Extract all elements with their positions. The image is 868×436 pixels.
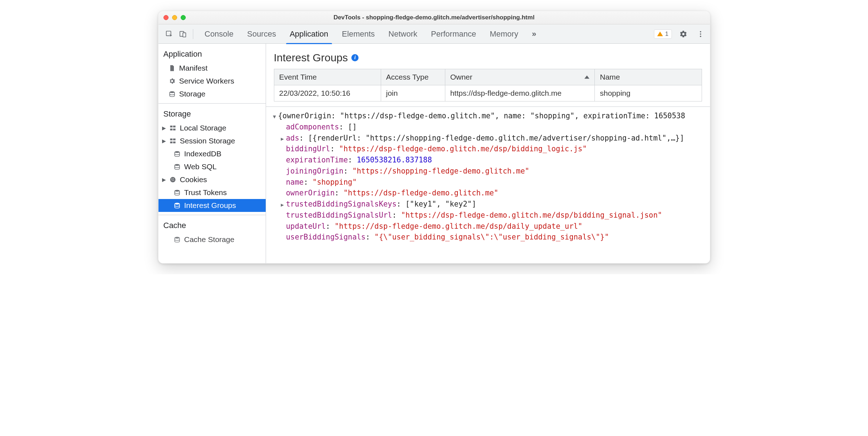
tab-memory[interactable]: Memory [490, 24, 518, 44]
object-prop-line[interactable]: expirationTime: 1650538216.837188 [270, 155, 708, 166]
svg-point-22 [175, 190, 179, 192]
sidebar-item-storage[interactable]: Storage [158, 87, 266, 100]
object-prop-line[interactable]: ▶ads: [{renderUrl: "https://shopping-fle… [270, 133, 708, 144]
object-prop-line[interactable]: joiningOrigin: "https://shopping-fledge-… [270, 166, 708, 177]
sidebar-item-cache-storage[interactable]: Cache Storage [158, 233, 266, 246]
sidebar-item-indexeddb[interactable]: IndexedDB [158, 147, 266, 160]
svg-point-18 [171, 179, 172, 180]
object-prop-line[interactable]: biddingUrl: "https://dsp-fledge-demo.gli… [270, 143, 708, 155]
info-icon[interactable]: i [351, 54, 359, 61]
sidebar-section-storage: Storage ▶ Local Storage ▶ Session Storag… [158, 104, 266, 215]
expand-caret-icon[interactable]: ▶ [162, 177, 166, 183]
expand-caret-icon[interactable]: ▶ [280, 135, 285, 143]
interest-groups-panel: Interest Groups i Event Time Access Type… [266, 44, 710, 263]
interest-groups-table: Event Time Access Type Owner Name 22/03/… [274, 69, 702, 101]
object-prop-line[interactable]: ▶trustedBiddingSignalsKeys: ["key1", "ke… [270, 199, 708, 210]
object-prop-line[interactable]: updateUrl: "https://dsp-fledge-demo.glit… [270, 221, 708, 232]
application-sidebar: Application Manifest Service Workers Sto… [158, 44, 266, 263]
col-access-type[interactable]: Access Type [381, 69, 445, 85]
svg-point-5 [700, 35, 701, 37]
expand-caret-icon[interactable]: ▶ [280, 201, 285, 209]
sidebar-item-label: Manifest [179, 64, 208, 72]
cell-owner: https://dsp-fledge-demo.glitch.me [445, 85, 595, 101]
svg-rect-8 [173, 125, 175, 127]
svg-point-4 [700, 33, 701, 35]
sidebar-heading: Storage [158, 107, 266, 122]
issues-badge[interactable]: 1 [654, 29, 672, 39]
tab-performance[interactable]: Performance [431, 24, 476, 44]
col-owner[interactable]: Owner [445, 69, 595, 85]
svg-point-15 [175, 151, 179, 153]
tab-console[interactable]: Console [205, 24, 234, 44]
inspect-element-icon[interactable] [163, 28, 175, 40]
svg-rect-10 [173, 129, 175, 131]
tab-network[interactable]: Network [388, 24, 417, 44]
sidebar-item-manifest[interactable]: Manifest [158, 62, 266, 75]
sidebar-heading: Application [158, 47, 266, 62]
object-prop-line[interactable]: adComponents: [] [270, 122, 708, 133]
sidebar-section-application: Application Manifest Service Workers Sto… [158, 44, 266, 104]
object-prop-line[interactable]: name: "shopping" [270, 177, 708, 188]
svg-point-3 [700, 31, 701, 32]
main-toolbar: Console Sources Application Elements Net… [158, 24, 710, 44]
sidebar-item-label: Local Storage [180, 124, 227, 132]
window-controls [158, 15, 186, 20]
more-menu-icon[interactable] [695, 28, 706, 40]
sidebar-heading: Cache [158, 219, 266, 233]
panel-body: Application Manifest Service Workers Sto… [158, 44, 710, 263]
sidebar-item-service-workers[interactable]: Service Workers [158, 75, 266, 87]
window-title: DevTools - shopping-fledge-demo.glitch.m… [158, 14, 710, 21]
svg-rect-7 [170, 125, 172, 127]
svg-rect-9 [170, 129, 172, 131]
sidebar-item-label: Interest Groups [184, 201, 236, 210]
sidebar-item-local-storage[interactable]: ▶ Local Storage [158, 122, 266, 134]
minimize-window-button[interactable] [172, 15, 177, 20]
sidebar-item-trust-tokens[interactable]: Trust Tokens [158, 186, 266, 199]
tab-elements[interactable]: Elements [342, 24, 375, 44]
svg-rect-14 [173, 142, 175, 143]
svg-point-19 [173, 178, 174, 179]
cell-access-type: join [381, 85, 445, 101]
sidebar-item-label: Cache Storage [184, 235, 234, 244]
close-window-button[interactable] [163, 15, 169, 20]
settings-gear-icon[interactable] [678, 28, 689, 40]
svg-rect-2 [183, 33, 186, 37]
issues-count: 1 [665, 30, 668, 38]
table-header-row: Event Time Access Type Owner Name [274, 69, 702, 85]
tab-sources[interactable]: Sources [247, 24, 276, 44]
sidebar-section-cache: Cache Cache Storage [158, 215, 266, 249]
sidebar-item-label: Web SQL [184, 162, 217, 171]
collapse-caret-icon[interactable]: ▼ [272, 113, 277, 120]
warning-triangle-icon [657, 32, 663, 36]
table-row[interactable]: 22/03/2022, 10:50:16 join https://dsp-fl… [274, 85, 702, 101]
svg-rect-11 [170, 138, 172, 140]
expand-caret-icon[interactable]: ▶ [162, 125, 166, 131]
svg-point-16 [175, 164, 179, 166]
sidebar-item-label: Storage [179, 90, 206, 98]
sidebar-item-label: IndexedDB [184, 150, 222, 158]
divider [193, 29, 193, 39]
svg-point-17 [170, 177, 175, 183]
svg-point-23 [175, 203, 179, 205]
tabs-overflow-icon[interactable]: » [532, 24, 536, 44]
expand-caret-icon[interactable]: ▶ [162, 138, 166, 144]
col-event-time[interactable]: Event Time [274, 69, 381, 85]
svg-point-6 [170, 91, 174, 93]
cell-name: shopping [595, 85, 702, 101]
sort-asc-icon [584, 76, 589, 79]
object-prop-line[interactable]: trustedBiddingSignalsUrl: "https://dsp-f… [270, 210, 708, 221]
sidebar-item-cookies[interactable]: ▶ Cookies [158, 173, 266, 186]
sidebar-item-session-storage[interactable]: ▶ Session Storage [158, 134, 266, 147]
device-toggle-icon[interactable] [177, 28, 189, 40]
panel-header: Interest Groups i [266, 44, 710, 69]
object-prop-line[interactable]: ownerOrigin: "https://dsp-fledge-demo.gl… [270, 188, 708, 199]
zoom-window-button[interactable] [181, 15, 186, 20]
object-prop-line[interactable]: userBiddingSignals: "{\"user_bidding_sig… [270, 232, 708, 243]
panel-tabs: Console Sources Application Elements Net… [199, 24, 652, 44]
tab-application[interactable]: Application [290, 24, 328, 44]
sidebar-item-interest-groups[interactable]: Interest Groups [158, 199, 266, 212]
object-summary-line[interactable]: ▼{ownerOrigin: "https://dsp-fledge-demo.… [270, 110, 708, 122]
cell-event-time: 22/03/2022, 10:50:16 [274, 85, 381, 101]
sidebar-item-websql[interactable]: Web SQL [158, 160, 266, 173]
col-name[interactable]: Name [595, 69, 702, 85]
